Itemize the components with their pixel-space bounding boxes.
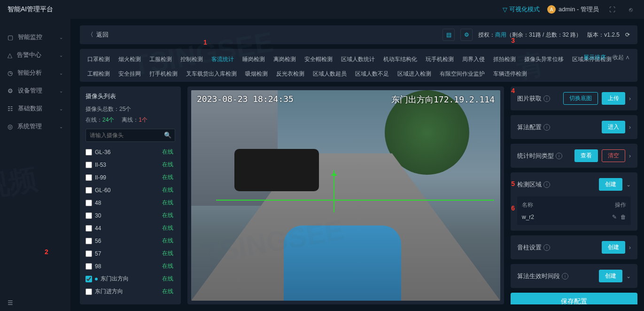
camera-list[interactable]: GL-36在线II-53在线II-99在线GL-60在线48在线30在线44在线… (85, 146, 175, 299)
tab-12[interactable]: 抓拍检测 (493, 54, 516, 65)
camera-item[interactable]: 56在线 (85, 234, 173, 247)
sidebar-item-system[interactable]: ◎系统管理⌄ (0, 117, 70, 135)
camera-item[interactable]: GL-60在线 (85, 184, 173, 196)
tab-22[interactable]: 区域人数不足 (355, 68, 389, 80)
camera-item[interactable]: 48在线 (85, 196, 173, 209)
chevron-down-icon[interactable]: ⌄ (626, 181, 631, 188)
camera-item[interactable]: II-99在线 (85, 171, 173, 184)
camera-name: GL-60 (95, 187, 110, 194)
search-input[interactable] (85, 129, 175, 142)
tab-3[interactable]: 控制检测 (180, 54, 203, 65)
tab-19[interactable]: 吸烟检测 (245, 68, 268, 80)
viz-mode-toggle[interactable]: ▽ 可视化模式 (503, 5, 540, 14)
camera-item[interactable]: 44在线 (85, 222, 173, 234)
camera-checkbox[interactable] (85, 288, 92, 295)
sidebar-collapse-icon[interactable]: ☰ (8, 299, 13, 306)
camera-item[interactable]: 57在线 (85, 247, 173, 260)
sidebar-label: 系统管理 (17, 122, 42, 131)
header-right: ▤ ⚙ 授权：商用（剩余：31路 / 总数：32 路） 版本：v1.2.5 ⟳ (442, 29, 630, 41)
switch-bg-button[interactable]: 切换底图 (563, 92, 598, 105)
camera-checkbox[interactable] (85, 162, 92, 168)
user-menu[interactable]: A admin - 管理员 (547, 5, 599, 14)
upload-button[interactable]: 上传 (602, 92, 625, 105)
tab-8[interactable]: 区域人数统计 (341, 54, 375, 65)
chevron-right-icon[interactable]: › (629, 124, 631, 131)
camera-item[interactable]: 北门出方向在线 (85, 298, 173, 299)
settings-icon[interactable]: ⚙ (460, 29, 473, 41)
camera-item[interactable]: 东门出方向在线 (85, 272, 173, 285)
sidebar-item-data[interactable]: ☷基础数据⌄ (0, 100, 70, 117)
tab-16[interactable]: 安全挂网 (118, 68, 141, 80)
tab-2[interactable]: 工服检测 (149, 54, 172, 65)
tab-6[interactable]: 离岗检测 (273, 54, 296, 65)
chevron-down-icon[interactable]: ⌄ (626, 273, 631, 280)
view-button[interactable]: 查看 (574, 149, 598, 162)
sidebar-item-analysis[interactable]: ◷智能分析⌄ (0, 64, 70, 82)
tab-11[interactable]: 周界入侵 (462, 54, 485, 65)
clear-button[interactable]: 清空 (602, 149, 625, 162)
camera-checkbox[interactable] (85, 187, 92, 194)
camera-checkbox[interactable] (85, 225, 92, 232)
tab-1[interactable]: 烟火检测 (118, 54, 141, 65)
list-icon[interactable]: ▤ (442, 29, 455, 41)
chevron-right-icon[interactable]: › (629, 95, 631, 102)
enter-button[interactable]: 进入 (602, 121, 625, 133)
sidebar-item-monitor[interactable]: ▢智能监控⌄ (0, 28, 70, 46)
refresh-icon[interactable]: ⟳ (625, 31, 630, 38)
info-icon[interactable]: i (543, 244, 550, 251)
delete-icon[interactable]: 🗑 (621, 214, 626, 220)
collapse-button[interactable]: 收起 ∧ (613, 54, 630, 62)
create-button[interactable]: 创建 (599, 178, 622, 191)
camera-item[interactable]: 98在线 (85, 260, 173, 272)
tab-7[interactable]: 安全帽检测 (304, 54, 333, 65)
viz-mode-label: 可视化模式 (509, 5, 540, 14)
info-icon[interactable]: i (543, 181, 550, 188)
sidebar-item-device[interactable]: ⚙设备管理⌄ (0, 82, 70, 100)
info-icon[interactable]: i (543, 95, 550, 102)
tab-10[interactable]: 玩手机检测 (426, 54, 454, 65)
search-icon[interactable]: 🔍 (164, 132, 171, 139)
tab-23[interactable]: 区域进入检测 (397, 68, 431, 80)
tab-9[interactable]: 机动车结构化 (383, 54, 417, 65)
info-icon[interactable]: i (556, 153, 562, 159)
logout-icon[interactable]: ⎋ (625, 4, 636, 15)
camera-item[interactable]: II-53在线 (85, 158, 173, 171)
sort-button[interactable]: 展示排序 (583, 54, 606, 62)
edit-icon[interactable]: ✎ (612, 214, 617, 220)
tab-4[interactable]: 客流统计 (211, 54, 234, 65)
create-button[interactable]: 创建 (602, 241, 625, 254)
camera-status: 在线 (162, 211, 173, 219)
tab-25[interactable]: 车辆违停检测 (493, 68, 527, 80)
tab-21[interactable]: 区域人数超员 (313, 68, 347, 80)
info-icon[interactable]: i (562, 273, 568, 280)
chevron-right-icon[interactable]: › (629, 153, 631, 159)
tab-13[interactable]: 摄像头异常位移 (524, 54, 564, 65)
tab-20[interactable]: 反光衣检测 (276, 68, 304, 80)
camera-checkbox[interactable] (85, 212, 92, 219)
back-button[interactable]: 〈 返回 (87, 31, 109, 39)
camera-checkbox[interactable] (85, 263, 92, 270)
chevron-right-icon[interactable]: › (629, 244, 631, 251)
tab-5[interactable]: 睡岗检测 (242, 54, 265, 65)
bell-icon: △ (8, 52, 12, 59)
camera-checkbox[interactable] (85, 276, 92, 282)
camera-checkbox[interactable] (85, 250, 92, 257)
expand-icon[interactable]: ⛶ (606, 4, 618, 15)
save-config-button[interactable]: 保存配置 (511, 293, 637, 304)
video-feed[interactable]: 2023-08-23 18:24:35 东门出方向172.19.2.114 (191, 90, 500, 301)
info-icon[interactable]: i (543, 124, 550, 131)
sidebar-item-alert[interactable]: △告警中心⌄ (0, 46, 70, 64)
camera-checkbox[interactable] (85, 200, 92, 206)
camera-item[interactable]: 30在线 (85, 209, 173, 222)
camera-checkbox[interactable] (85, 238, 92, 244)
tab-0[interactable]: 口罩检测 (87, 54, 110, 65)
tab-15[interactable]: 工帽检测 (87, 68, 110, 80)
tab-24[interactable]: 有限空间作业监护 (440, 68, 485, 80)
camera-checkbox[interactable] (85, 149, 92, 156)
tab-18[interactable]: 叉车载货出入库检测 (186, 68, 237, 80)
tab-17[interactable]: 打手机检测 (149, 68, 178, 80)
camera-item[interactable]: GL-36在线 (85, 146, 173, 158)
create-button[interactable]: 创建 (599, 270, 622, 282)
camera-checkbox[interactable] (85, 174, 92, 181)
camera-item[interactable]: 东门进方向在线 (85, 285, 173, 298)
